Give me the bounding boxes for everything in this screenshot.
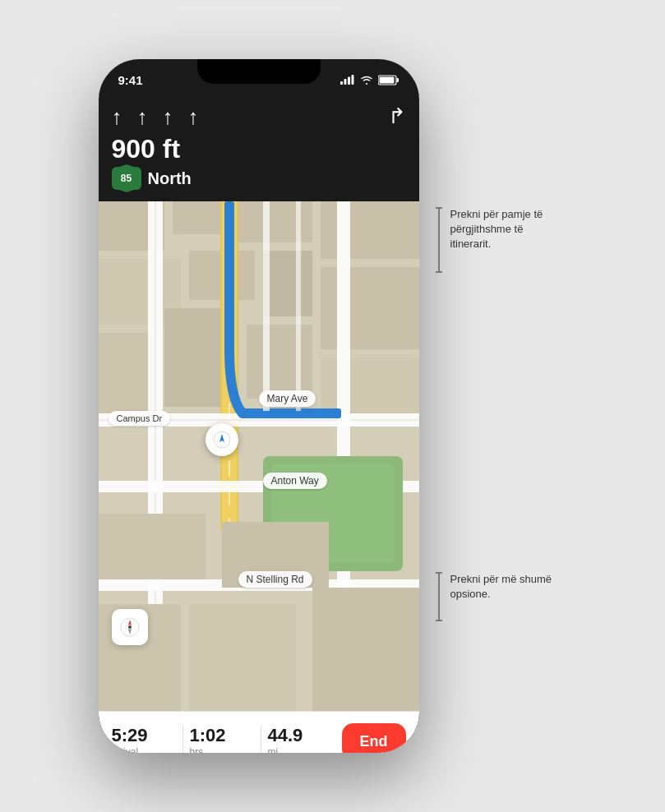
nav-header[interactable]: ↑ ↑ ↑ ↑ ↱ 900 ft 85 North: [99, 95, 419, 201]
label-anton-way: Anton Way: [263, 473, 327, 489]
svg-rect-15: [321, 267, 419, 349]
location-arrow: [206, 423, 238, 456]
svg-rect-9: [173, 201, 222, 234]
svg-rect-39: [263, 201, 270, 411]
svg-rect-0: [340, 81, 343, 85]
map-area[interactable]: Campus Dr Mary Ave Anton Way N Stelling …: [99, 201, 419, 711]
distance-value: 44.9: [268, 726, 303, 745]
arrow-up-2: ↑: [137, 106, 148, 127]
annotation-bottom: Prekni për më shumë opsione.: [436, 572, 567, 621]
distance-label: mi: [268, 746, 279, 753]
distance-stat: 44.9 mi: [268, 726, 332, 753]
svg-rect-11: [321, 201, 419, 259]
bracket-bottom: [436, 572, 442, 621]
annotation-bottom-text: Prekni për më shumë opsione.: [450, 572, 567, 602]
svg-rect-40: [296, 201, 301, 411]
duration-stat: 1:02 hrs: [190, 726, 254, 753]
bracket-line-top: [438, 209, 440, 271]
arrival-stat: 5:29 arrival: [112, 726, 176, 753]
svg-rect-3: [351, 75, 353, 85]
signal-icon: [340, 75, 355, 85]
map-background: Campus Dr Mary Ave Anton Way N Stelling …: [99, 201, 419, 711]
svg-rect-6: [396, 78, 399, 82]
wifi-icon: [360, 75, 373, 85]
duration-value: 1:02: [190, 726, 226, 745]
svg-rect-38: [312, 588, 419, 711]
arrival-time: 5:29: [112, 726, 148, 745]
highway-number: 85: [121, 173, 132, 184]
bracket-cap-bottom-bottom: [436, 620, 442, 621]
nav-road: 85 North: [112, 167, 406, 190]
stat-divider-2: [261, 726, 261, 754]
annotations: Prekni për pamje të përgjithshme të itin…: [436, 59, 567, 753]
phone-screen: 9:41: [99, 59, 419, 753]
svg-rect-2: [348, 77, 350, 85]
arrival-label: arrival: [112, 746, 139, 753]
arrow-up-3: ↑: [163, 106, 173, 127]
highway-badge: 85: [112, 167, 141, 190]
notch: [197, 59, 321, 84]
svg-point-43: [128, 625, 132, 629]
svg-rect-1: [344, 79, 346, 85]
label-campus-dr: Campus Dr: [109, 411, 171, 426]
annotation-top: Prekni për pamje të përgjithshme të itin…: [436, 207, 567, 273]
status-time: 9:41: [118, 73, 143, 87]
bracket-cap-top-bottom: [436, 271, 442, 273]
label-n-stelling-rd: N Stelling Rd: [238, 571, 312, 588]
svg-rect-14: [263, 251, 312, 316]
compass-button[interactable]: [112, 609, 148, 645]
status-icons: [340, 75, 399, 85]
svg-rect-5: [379, 76, 394, 83]
road-direction: North: [148, 169, 192, 188]
arrow-up-1: ↑: [112, 106, 122, 127]
svg-rect-34: [99, 514, 206, 579]
bottom-bar[interactable]: 5:29 arrival 1:02 hrs 44.9 mi End: [99, 711, 419, 753]
phone-frame: 9:41: [99, 59, 419, 753]
nav-distance: 900 ft: [112, 136, 406, 162]
svg-rect-32: [224, 201, 234, 349]
arrow-turn-right: ↱: [388, 104, 406, 129]
end-button[interactable]: End: [342, 723, 406, 753]
svg-rect-33: [242, 408, 341, 418]
page-wrapper: 9:41: [99, 59, 567, 753]
nav-arrows: ↑ ↑ ↑ ↑ ↱: [112, 104, 406, 129]
svg-rect-37: [189, 604, 296, 711]
svg-rect-16: [99, 333, 156, 415]
bracket-line-bottom: [438, 574, 440, 620]
annotation-top-text: Prekni për pamje të përgjithshme të itin…: [450, 207, 567, 252]
battery-icon: [378, 75, 399, 85]
arrow-up-4: ↑: [188, 106, 199, 127]
bracket-top: [436, 207, 442, 273]
stat-divider-1: [182, 726, 183, 754]
label-mary-ave: Mary Ave: [259, 390, 316, 407]
svg-rect-18: [247, 325, 312, 399]
duration-label: hrs: [190, 746, 204, 753]
